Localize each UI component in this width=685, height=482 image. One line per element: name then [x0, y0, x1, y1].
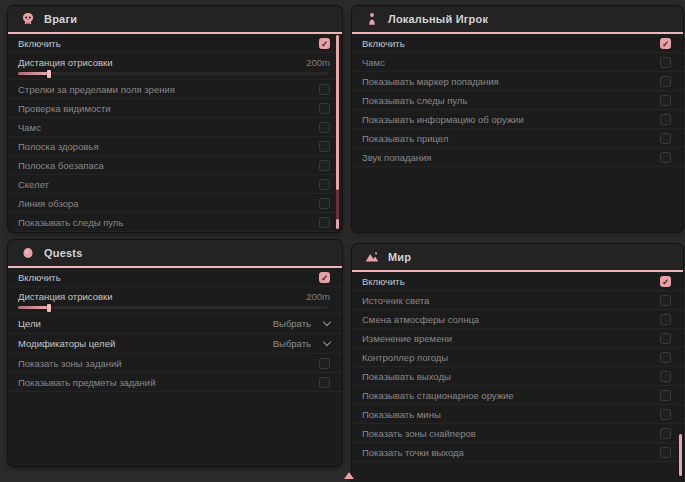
setting-label: Показать зоны снайперов: [362, 428, 476, 439]
setting-row[interactable]: Показывать выходы: [352, 367, 683, 386]
setting-row[interactable]: Показывать прицел: [352, 129, 683, 148]
scrollbar-thumb[interactable]: [336, 35, 339, 190]
panel-quests-header[interactable]: Quests: [8, 240, 342, 268]
checkbox[interactable]: [660, 409, 671, 420]
checkbox[interactable]: [660, 390, 671, 401]
scrollbar[interactable]: [679, 434, 682, 476]
panel-title: Мир: [388, 251, 411, 263]
panel-quests-body: Включить✓Дистанция отрисовки200mЦелиВыбр…: [8, 268, 342, 392]
setting-label: Показывать маркер попадания: [362, 76, 499, 87]
setting-row[interactable]: Включить✓: [8, 268, 342, 287]
setting-row[interactable]: Показывать маркер попадания: [352, 72, 683, 91]
checkbox[interactable]: [660, 314, 671, 325]
checkbox[interactable]: [660, 428, 671, 439]
checkbox[interactable]: [660, 352, 671, 363]
setting-row[interactable]: Скелет: [8, 175, 342, 194]
slider-value: 200m: [306, 57, 330, 68]
setting-row[interactable]: Показывать стационарное оружие: [352, 386, 683, 405]
checkbox[interactable]: [319, 141, 330, 152]
setting-label: Контроллер погоды: [362, 352, 448, 363]
setting-row[interactable]: Проверка видимости: [8, 99, 342, 118]
setting-row[interactable]: Контроллер погоды: [352, 348, 683, 367]
setting-row[interactable]: Показывать информацию об оружии: [352, 110, 683, 129]
setting-row[interactable]: Источник света: [352, 291, 683, 310]
checkbox[interactable]: [660, 76, 671, 87]
world-icon: [365, 250, 379, 264]
checkbox[interactable]: [319, 122, 330, 133]
setting-row[interactable]: Показывать следы пуль: [352, 91, 683, 110]
setting-row[interactable]: Дистанция отрисовки200m: [8, 53, 342, 80]
checkbox[interactable]: [319, 198, 330, 209]
checkbox[interactable]: [319, 160, 330, 171]
checkbox[interactable]: [660, 371, 671, 382]
checkbox-checked[interactable]: ✓: [319, 38, 330, 49]
dropdown-value: Выбрать: [273, 338, 311, 349]
setting-label: Показывать следы пуль: [18, 217, 123, 228]
setting-row[interactable]: Показывать мины: [352, 405, 683, 424]
panel-enemies-header[interactable]: Враги: [8, 6, 342, 34]
scrollbar[interactable]: [336, 35, 339, 229]
setting-label: Изменение времени: [362, 333, 452, 344]
slider-value: 200m: [306, 291, 330, 302]
setting-row[interactable]: Дистанция отрисовки200m: [8, 287, 342, 314]
checkbox[interactable]: [660, 114, 671, 125]
slider-thumb[interactable]: [47, 304, 51, 312]
panel-world-header[interactable]: Мир: [352, 244, 683, 272]
checkbox[interactable]: [660, 133, 671, 144]
setting-row[interactable]: Модификаторы целейВыбрать: [8, 334, 342, 354]
checkbox[interactable]: [660, 152, 671, 163]
checkbox[interactable]: [660, 447, 671, 458]
panel-enemies-body: Включить✓Дистанция отрисовки200mСтрелки …: [8, 34, 342, 232]
slider-track[interactable]: [18, 72, 328, 75]
setting-label: Показывать стационарное оружие: [362, 390, 514, 401]
setting-label: Показывать мины: [362, 409, 441, 420]
setting-row[interactable]: Чамс: [352, 53, 683, 72]
setting-label: Показывать выходы: [362, 371, 451, 382]
player-icon: [365, 12, 379, 26]
setting-label: Чамс: [18, 122, 41, 133]
setting-row[interactable]: Полоска здоровья: [8, 137, 342, 156]
setting-row[interactable]: Стрелки за пределами поля зрения: [8, 80, 342, 99]
setting-label: Модификаторы целей: [18, 338, 115, 349]
checkbox[interactable]: [319, 103, 330, 114]
setting-label: Чамс: [362, 57, 385, 68]
setting-row[interactable]: Показывать следы пуль: [8, 213, 342, 232]
checkbox-checked[interactable]: ✓: [319, 272, 330, 283]
checkbox[interactable]: [319, 179, 330, 190]
setting-label: Показывать предметы заданий: [18, 377, 155, 388]
checkbox[interactable]: [319, 358, 330, 369]
setting-row[interactable]: Включить✓: [352, 272, 683, 291]
checkbox[interactable]: [319, 84, 330, 95]
setting-row[interactable]: Изменение времени: [352, 329, 683, 348]
slider-track[interactable]: [18, 306, 328, 309]
setting-row[interactable]: Звук попадания: [352, 148, 683, 167]
checkbox[interactable]: [319, 217, 330, 228]
setting-row[interactable]: Линия обзора: [8, 194, 342, 213]
dropdown[interactable]: Выбрать: [273, 318, 330, 329]
checkbox[interactable]: [660, 333, 671, 344]
checkbox-checked[interactable]: ✓: [660, 38, 671, 49]
panel-local-player-header[interactable]: Локальный Игрок: [352, 6, 683, 34]
setting-row[interactable]: Смена атмосферы солнца: [352, 310, 683, 329]
panel-local-player: Локальный Игрок Включить✓ЧамсПоказывать …: [352, 6, 683, 232]
setting-label: Включить: [18, 38, 61, 49]
setting-row[interactable]: Показать точки выхода: [352, 443, 683, 462]
setting-row[interactable]: ЦелиВыбрать: [8, 314, 342, 334]
slider-thumb[interactable]: [47, 70, 51, 78]
setting-row[interactable]: Полоска боезапаса: [8, 156, 342, 175]
setting-row[interactable]: Показать зоны снайперов: [352, 424, 683, 443]
checkbox[interactable]: [660, 295, 671, 306]
setting-row[interactable]: Показывать предметы заданий: [8, 373, 342, 392]
setting-row[interactable]: Включить✓: [352, 34, 683, 53]
setting-label: Показывать информацию об оружии: [362, 114, 524, 125]
setting-label: Включить: [362, 38, 405, 49]
checkbox[interactable]: [319, 377, 330, 388]
dropdown[interactable]: Выбрать: [273, 338, 330, 349]
checkbox[interactable]: [660, 57, 671, 68]
checkbox[interactable]: [660, 95, 671, 106]
setting-row[interactable]: Чамс: [8, 118, 342, 137]
scrollbar-cap: [336, 219, 339, 229]
setting-row[interactable]: Показать зоны заданий: [8, 354, 342, 373]
setting-row[interactable]: Включить✓: [8, 34, 342, 53]
checkbox-checked[interactable]: ✓: [660, 276, 671, 287]
